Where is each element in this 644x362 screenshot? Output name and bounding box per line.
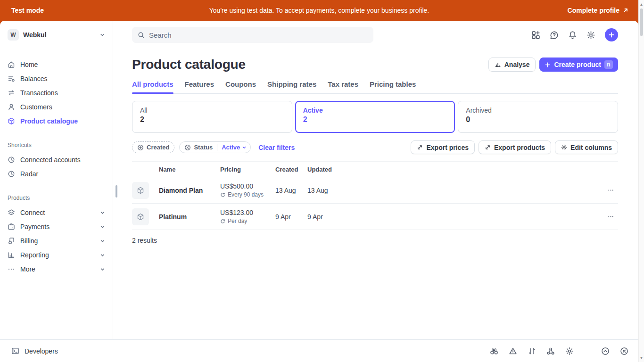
- page-scrollbar[interactable]: ▲ ▼: [638, 0, 644, 362]
- scroll-down-arrow[interactable]: ▼: [639, 354, 644, 361]
- search-input[interactable]: [149, 31, 368, 39]
- export-products-button[interactable]: Export products: [479, 140, 551, 154]
- bell-icon: [568, 31, 577, 40]
- gear-icon: [586, 31, 595, 40]
- table-row[interactable]: Diamond Plan US$500.00 Every 90 days 13 …: [132, 177, 618, 203]
- gear-icon: [565, 347, 574, 355]
- quick-create-button[interactable]: [605, 28, 618, 41]
- recurring-icon: [220, 192, 225, 197]
- card-label: Archived: [466, 107, 610, 114]
- product-pricing: US$500.00 Every 90 days: [220, 182, 275, 198]
- sidebar-item-connected-accounts[interactable]: Connected accounts: [0, 153, 113, 167]
- row-overflow-button[interactable]: [607, 213, 618, 220]
- tab-tax-rates[interactable]: Tax rates: [328, 80, 358, 93]
- create-product-button[interactable]: Create product n: [539, 58, 618, 72]
- catalogue-tabs: All products Features Coupons Shipping r…: [132, 80, 618, 94]
- ellipsis-icon: [607, 187, 614, 194]
- tab-features[interactable]: Features: [185, 80, 215, 93]
- export-prices-button[interactable]: Export prices: [411, 140, 474, 154]
- row-overflow-button[interactable]: [607, 187, 618, 194]
- account-switcher[interactable]: W Webkul: [0, 26, 113, 43]
- table-header: Name Pricing Created Updated: [132, 161, 618, 177]
- column-header-name: Name: [159, 166, 220, 173]
- filter-chip-status[interactable]: Status Active: [179, 141, 251, 153]
- sidebar-item-reporting[interactable]: Reporting: [0, 248, 113, 262]
- package-icon: [137, 187, 144, 194]
- sidebar-item-connect[interactable]: Connect: [0, 206, 113, 220]
- api-traffic-button[interactable]: [528, 347, 536, 355]
- plus-icon: [545, 62, 551, 68]
- layers-icon: [8, 209, 15, 216]
- clear-filters-link[interactable]: Clear filters: [258, 144, 295, 151]
- home-icon: [8, 61, 15, 68]
- plus-icon: [608, 32, 615, 38]
- tab-all-products[interactable]: All products: [132, 80, 173, 93]
- sidebar-item-billing[interactable]: Billing: [0, 234, 113, 248]
- collapse-panel-button[interactable]: [601, 347, 610, 355]
- developers-button[interactable]: Developers: [11, 347, 58, 355]
- help-button[interactable]: [550, 31, 559, 40]
- sidebar-item-transactions[interactable]: Transactions: [0, 86, 113, 100]
- sidebar-item-balances[interactable]: Balances: [0, 72, 113, 86]
- filter-chip-label: Created: [147, 144, 169, 151]
- search-box[interactable]: [132, 27, 373, 43]
- invoice-icon: [8, 237, 15, 245]
- binoculars-icon: [490, 347, 498, 355]
- filter-chip-created[interactable]: Created: [132, 141, 174, 153]
- search-icon: [138, 32, 145, 39]
- sidebar-item-home[interactable]: Home: [0, 58, 113, 72]
- close-panel-button[interactable]: [620, 347, 628, 355]
- notifications-button[interactable]: [568, 31, 577, 40]
- footer-settings-button[interactable]: [565, 347, 574, 355]
- customers-icon: [8, 103, 15, 111]
- summary-card-all[interactable]: All 2: [132, 101, 292, 133]
- scroll-up-arrow[interactable]: ▲: [639, 1, 644, 8]
- ellipsis-icon: [8, 265, 15, 273]
- chevron-down-icon: [100, 267, 105, 272]
- summary-card-active[interactable]: Active 2: [295, 101, 455, 133]
- banner-message: You're using test data. To accept paymen…: [209, 7, 429, 14]
- export-icon: [485, 144, 491, 150]
- tab-shipping-rates[interactable]: Shipping rates: [267, 80, 316, 93]
- chevron-down-icon: [242, 145, 247, 150]
- issues-button[interactable]: [509, 347, 517, 355]
- sidebar-item-customers[interactable]: Customers: [0, 100, 113, 114]
- find-button[interactable]: [490, 347, 498, 355]
- webhook-icon: [546, 347, 555, 355]
- sidebar-item-label: Connect: [20, 209, 45, 216]
- product-thumbnail: [132, 182, 149, 199]
- export-icon: [417, 144, 423, 150]
- balances-icon: [8, 75, 15, 82]
- tab-pricing-tables[interactable]: Pricing tables: [370, 80, 416, 93]
- edit-columns-button[interactable]: Edit columns: [555, 140, 618, 154]
- recurring-icon: [220, 219, 225, 224]
- tab-coupons[interactable]: Coupons: [225, 80, 256, 93]
- help-icon: [550, 31, 559, 40]
- x-circle-icon: [620, 347, 628, 355]
- sidebar-item-label: Balances: [20, 75, 48, 82]
- sidebar-item-product-catalogue[interactable]: Product catalogue: [0, 114, 113, 128]
- clock-icon: [8, 156, 15, 164]
- chevron-down-icon: [99, 32, 105, 38]
- product-updated: 13 Aug: [307, 187, 599, 194]
- table-actions: Export prices Export products Edit colum…: [411, 140, 618, 154]
- complete-profile-link[interactable]: Complete profile: [568, 7, 628, 14]
- filter-bar: Created Status Active Clear filters Expo…: [132, 140, 618, 154]
- sidebar-item-payments[interactable]: Payments: [0, 220, 113, 234]
- settings-button[interactable]: [586, 31, 595, 40]
- products-table: Name Pricing Created Updated Diamond Pla…: [132, 161, 618, 230]
- table-row[interactable]: Platinum US$123.00 Per day 9 Apr 9 Apr: [132, 203, 618, 230]
- keyboard-shortcut-badge: n: [604, 60, 613, 69]
- footer-icons: [490, 347, 628, 355]
- summary-card-archived[interactable]: Archived 0: [458, 101, 618, 133]
- webhooks-button[interactable]: [546, 347, 555, 355]
- sidebar-item-radar[interactable]: Radar: [0, 167, 113, 181]
- scrollbar-thumb[interactable]: [640, 8, 643, 36]
- apps-button[interactable]: [531, 31, 540, 40]
- sidebar-item-more[interactable]: More: [0, 262, 113, 276]
- package-icon: [137, 213, 144, 221]
- page-header: Product catalogue Analyse Create product…: [132, 57, 618, 73]
- developers-label: Developers: [25, 347, 58, 355]
- analyse-button[interactable]: Analyse: [488, 58, 536, 72]
- sidebar-item-label: Home: [20, 61, 38, 68]
